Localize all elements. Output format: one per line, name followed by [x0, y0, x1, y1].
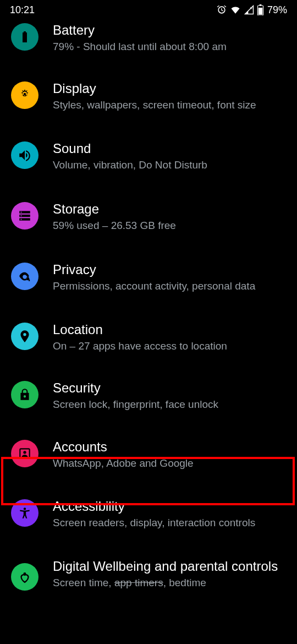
- settings-item-storage[interactable]: Storage 59% used – 26.53 GB free: [0, 184, 297, 245]
- item-subtitle: On – 27 apps have access to location: [53, 339, 286, 353]
- battery-icon: [11, 23, 38, 51]
- item-subtitle: 79% - Should last until about 8:00 am: [53, 40, 286, 54]
- item-subtitle: WhatsApp, Adobe and Google: [53, 456, 286, 471]
- battery-percent: 79%: [267, 4, 287, 16]
- svg-point-9: [20, 219, 21, 220]
- status-bar: 10:21 R 79%: [0, 0, 297, 18]
- svg-point-8: [20, 215, 21, 216]
- location-icon: [11, 323, 38, 350]
- svg-point-7: [20, 211, 21, 212]
- settings-item-accessibility[interactable]: Accessibility Screen readers, display, i…: [0, 483, 297, 542]
- settings-item-location[interactable]: Location On – 27 apps have access to loc…: [0, 305, 297, 365]
- status-time: 10:21: [10, 4, 35, 16]
- svg-point-13: [23, 451, 26, 454]
- settings-item-battery[interactable]: Battery 79% - Should last until about 8:…: [0, 18, 297, 62]
- item-title: Privacy: [53, 261, 286, 278]
- item-title: Accessibility: [53, 498, 286, 515]
- wifi-icon: [229, 4, 241, 15]
- accessibility-icon: [11, 499, 38, 527]
- settings-item-privacy[interactable]: Privacy Permissions, account activity, p…: [0, 245, 297, 305]
- svg-text:R: R: [250, 7, 252, 10]
- item-subtitle: Permissions, account activity, personal …: [53, 279, 286, 293]
- item-title: Sound: [53, 140, 286, 157]
- item-title: Accounts: [53, 439, 286, 455]
- item-title: Location: [53, 321, 286, 338]
- svg-rect-2: [259, 4, 261, 6]
- item-subtitle: Styles, wallpapers, screen timeout, font…: [53, 98, 286, 112]
- status-icons: R 79%: [216, 4, 287, 16]
- item-title: Digital Wellbeing and parental controls: [53, 558, 286, 575]
- svg-rect-11: [29, 279, 30, 281]
- item-title: Security: [53, 380, 286, 396]
- signal-icon: R: [244, 4, 255, 15]
- wellbeing-icon: [11, 563, 38, 591]
- settings-item-sound[interactable]: Sound Volume, vibration, Do Not Disturb: [0, 124, 297, 184]
- item-subtitle: Volume, vibration, Do Not Disturb: [53, 158, 286, 172]
- settings-item-display[interactable]: Display Styles, wallpapers, screen timeo…: [0, 62, 297, 124]
- settings-list[interactable]: Battery 79% - Should last until about 8:…: [0, 18, 297, 603]
- item-subtitle: Screen lock, fingerprint, face unlock: [53, 397, 286, 412]
- settings-item-wellbeing[interactable]: Digital Wellbeing and parental controls …: [0, 542, 297, 603]
- item-title: Battery: [53, 22, 286, 39]
- storage-icon: [11, 202, 38, 230]
- display-icon: [11, 81, 38, 109]
- item-subtitle: Screen time, app timers, bedtime: [53, 576, 286, 590]
- alarm-icon: [216, 4, 227, 15]
- privacy-icon: [11, 263, 38, 290]
- item-title: Display: [53, 80, 286, 97]
- svg-point-14: [24, 507, 26, 510]
- sound-icon: [11, 141, 38, 169]
- item-title: Storage: [53, 201, 286, 217]
- settings-item-security[interactable]: Security Screen lock, fingerprint, face …: [0, 365, 297, 424]
- settings-item-accounts[interactable]: Accounts WhatsApp, Adobe and Google: [0, 423, 297, 483]
- item-subtitle: Screen readers, display, interaction con…: [53, 516, 286, 530]
- item-subtitle: 59% used – 26.53 GB free: [53, 219, 286, 233]
- battery-icon: [257, 4, 264, 15]
- svg-rect-3: [258, 8, 262, 15]
- accounts-icon: [11, 440, 38, 467]
- security-icon: [11, 381, 38, 408]
